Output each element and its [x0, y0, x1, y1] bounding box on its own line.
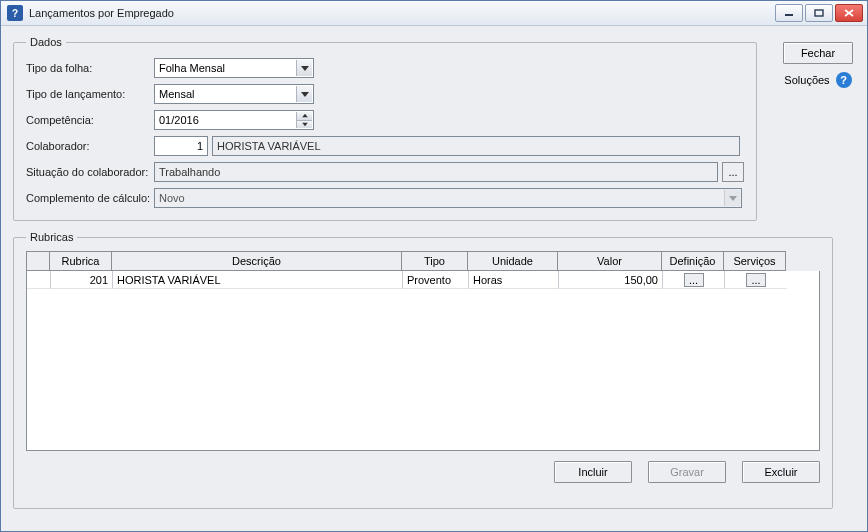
side-buttons: Fechar Soluções ? — [783, 42, 853, 88]
cell-descricao[interactable]: HORISTA VARIÁVEL — [113, 271, 403, 289]
table-row[interactable]: 201 HORISTA VARIÁVEL Provento Horas 150,… — [27, 271, 819, 289]
incluir-button[interactable]: Incluir — [554, 461, 632, 483]
app-icon: ? — [7, 5, 23, 21]
cell-tipo[interactable]: Provento — [403, 271, 469, 289]
competencia-input[interactable]: 01/2016 — [154, 110, 314, 130]
excluir-button[interactable]: Excluir — [742, 461, 820, 483]
minimize-button[interactable] — [775, 4, 803, 22]
close-button[interactable] — [835, 4, 863, 22]
cell-valor[interactable]: 150,00 — [559, 271, 663, 289]
chevron-down-icon — [724, 190, 740, 206]
svg-rect-1 — [815, 10, 823, 16]
help-icon: ? — [836, 72, 852, 88]
situacao-label: Situação do colaborador: — [26, 166, 154, 178]
title-bar: ? Lançamentos por Empregado — [1, 1, 867, 26]
svg-rect-0 — [785, 14, 793, 16]
dados-fieldset: Dados Tipo da folha: Folha Mensal Tipo d… — [13, 36, 757, 221]
rubricas-fieldset: Rubricas Rubrica Descrição Tipo Unidade … — [13, 231, 833, 509]
chevron-down-icon — [296, 86, 312, 102]
close-icon — [844, 9, 854, 17]
solucoes-link[interactable]: Soluções ? — [783, 72, 853, 88]
competencia-value: 01/2016 — [159, 114, 199, 126]
row-indicator — [27, 271, 51, 289]
tipo-folha-value: Folha Mensal — [159, 62, 225, 74]
column-descricao[interactable]: Descrição — [112, 251, 402, 271]
gravar-button: Gravar — [648, 461, 726, 483]
chevron-down-icon — [296, 60, 312, 76]
column-rubrica[interactable]: Rubrica — [50, 251, 112, 271]
complemento-value: Novo — [159, 192, 185, 204]
dados-legend: Dados — [26, 36, 66, 48]
situacao-display: Trabalhando — [154, 162, 718, 182]
competencia-label: Competência: — [26, 114, 154, 126]
spin-down-icon[interactable] — [296, 120, 312, 129]
rubricas-legend: Rubricas — [26, 231, 77, 243]
complemento-label: Complemento de cálculo: — [26, 192, 154, 204]
grid-header: Rubrica Descrição Tipo Unidade Valor Def… — [26, 251, 820, 271]
column-unidade[interactable]: Unidade — [468, 251, 558, 271]
column-definicao[interactable]: Definição — [662, 251, 724, 271]
grid-body[interactable]: 201 HORISTA VARIÁVEL Provento Horas 150,… — [26, 271, 820, 451]
maximize-button[interactable] — [805, 4, 833, 22]
window-controls — [775, 4, 863, 22]
cell-servicos[interactable]: ... — [725, 271, 787, 289]
window: ? Lançamentos por Empregado Fechar Soluç… — [0, 0, 868, 532]
content-area: Fechar Soluções ? Dados Tipo da folha: F… — [1, 26, 867, 531]
definicao-browse-button[interactable]: ... — [684, 273, 704, 287]
minimize-icon — [784, 9, 794, 17]
column-selector — [26, 251, 50, 271]
column-tipo[interactable]: Tipo — [402, 251, 468, 271]
tipo-lancamento-value: Mensal — [159, 88, 194, 100]
tipo-folha-label: Tipo da folha: — [26, 62, 154, 74]
cell-unidade[interactable]: Horas — [469, 271, 559, 289]
colaborador-nome-display: HORISTA VARIÁVEL — [212, 136, 740, 156]
cell-rubrica[interactable]: 201 — [51, 271, 113, 289]
fechar-button[interactable]: Fechar — [783, 42, 853, 64]
complemento-combo: Novo — [154, 188, 742, 208]
servicos-browse-button[interactable]: ... — [746, 273, 766, 287]
window-title: Lançamentos por Empregado — [29, 7, 775, 19]
colaborador-codigo-input[interactable]: 1 — [154, 136, 208, 156]
tipo-folha-combo[interactable]: Folha Mensal — [154, 58, 314, 78]
tipo-lancamento-combo[interactable]: Mensal — [154, 84, 314, 104]
solucoes-label: Soluções — [784, 74, 829, 86]
situacao-browse-button[interactable]: ... — [722, 162, 744, 182]
colaborador-label: Colaborador: — [26, 140, 154, 152]
rubricas-grid: Rubrica Descrição Tipo Unidade Valor Def… — [26, 251, 820, 451]
spin-up-icon[interactable] — [296, 112, 312, 120]
cell-definicao[interactable]: ... — [663, 271, 725, 289]
rubricas-buttons: Incluir Gravar Excluir — [26, 461, 820, 483]
column-servicos[interactable]: Serviços — [724, 251, 786, 271]
maximize-icon — [814, 9, 824, 17]
column-valor[interactable]: Valor — [558, 251, 662, 271]
tipo-lancamento-label: Tipo de lançamento: — [26, 88, 154, 100]
